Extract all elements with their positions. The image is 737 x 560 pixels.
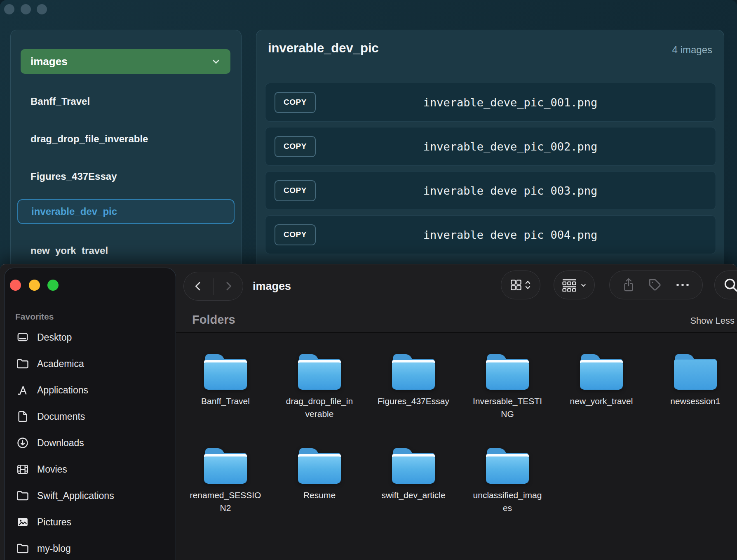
folder-label: Banff_Travel (182, 395, 269, 407)
blue-folder-icon (486, 354, 529, 390)
show-less-link[interactable]: Show Less (690, 315, 735, 326)
app-files-panel: inverable_dev_pic 4 images COPY inverabl… (256, 30, 724, 303)
image-icon (16, 515, 31, 529)
sidebar-item-label: Downloads (37, 438, 84, 449)
minimize-button[interactable] (29, 280, 40, 291)
file-row: COPY inverable_deve_pic_004.png (265, 215, 716, 254)
close-button[interactable] (10, 280, 21, 291)
share-icon[interactable] (622, 278, 635, 292)
finder-title: images (253, 280, 291, 293)
folder-tile-banff-travel[interactable]: Banff_Travel (182, 354, 269, 407)
folder-label: renamed_SESSIO N2 (182, 489, 269, 514)
images-dropdown-label: images (31, 55, 68, 68)
sidebar-item-label: Desktop (37, 332, 72, 343)
folder-label: new_york_travel (558, 395, 645, 407)
blue-folder-icon (392, 354, 435, 390)
folder-tile-figures-437essay[interactable]: Figures_437Essay (370, 354, 457, 407)
blue-folder-icon (204, 354, 247, 390)
folder-icon (16, 489, 31, 503)
finder-sidebar: Favorites Desktop Academica Applications (4, 268, 176, 560)
folder-label: unclassified_imag es (464, 489, 551, 514)
desktop-icon (16, 330, 31, 344)
back-button[interactable] (192, 280, 204, 292)
sidebar-item-my-blog[interactable]: my-blog (5, 535, 176, 560)
sidebar-item-inverable-dev-pic-selected[interactable]: inverable_dev_pic (17, 199, 235, 224)
blue-folder-icon (298, 354, 341, 390)
more-options-icon[interactable] (675, 282, 690, 287)
finder-window: Favorites Desktop Academica Applications (0, 264, 737, 560)
folder-tile-renamed-session2[interactable]: renamed_SESSIO N2 (182, 448, 269, 514)
sidebar-item-pictures[interactable]: Pictures (5, 509, 176, 535)
app-window-dot-2[interactable] (21, 4, 31, 14)
folder-tile-new-york-travel[interactable]: new_york_travel (558, 354, 645, 407)
sidebar-item-label: Pictures (37, 517, 71, 528)
folder-tile-unclassified-images[interactable]: unclassified_imag es (464, 448, 551, 514)
folder-tile-newsession1[interactable]: newsession1 (652, 354, 737, 407)
sidebar-item-swift-applications[interactable]: Swift_Applications (5, 482, 176, 509)
toolbar-tools-group (609, 271, 703, 299)
blue-folder-icon (204, 448, 247, 484)
copy-button[interactable]: COPY (275, 224, 316, 245)
folder-icon (16, 541, 31, 555)
file-name: inverable_deve_pic_001.png (316, 96, 705, 109)
sidebar-item-academica[interactable]: Academica (5, 351, 176, 377)
blue-folder-icon (486, 448, 529, 484)
file-row: COPY inverable_deve_pic_002.png (265, 127, 716, 166)
copy-button[interactable]: COPY (275, 92, 316, 113)
sidebar-item-label: Documents (37, 411, 85, 422)
folders-grid: Banff_Travel drag_drop_file_in verable F… (176, 333, 737, 560)
forward-button[interactable] (222, 280, 235, 292)
copy-button[interactable]: COPY (275, 136, 316, 157)
chevron-down-icon (580, 282, 587, 289)
search-icon (723, 277, 737, 293)
folder-label: swift_dev_article (370, 489, 457, 501)
folder-label: Figures_437Essay (370, 395, 457, 407)
tag-icon[interactable] (648, 278, 662, 292)
sidebar-item-banff-travel[interactable]: Banff_Travel (17, 89, 235, 114)
sidebar-item-desktop[interactable]: Desktop (5, 324, 176, 351)
copy-button[interactable]: COPY (275, 180, 316, 201)
images-dropdown[interactable]: images (21, 49, 230, 74)
sidebar-item-movies[interactable]: Movies (5, 456, 176, 482)
file-name: inverable_deve_pic_002.png (316, 140, 705, 153)
file-row: COPY inverable_deve_pic_003.png (265, 171, 716, 210)
grid-view-button[interactable] (501, 271, 540, 299)
sidebar-item-new-york-travel[interactable]: new_york_travel (17, 238, 235, 263)
folder-tile-drag-drop-file-inverable[interactable]: drag_drop_file_in verable (276, 354, 363, 420)
download-icon (16, 436, 31, 450)
sidebar-item-applications[interactable]: Applications (5, 377, 176, 403)
sidebar-item-label: Swift_Applications (37, 490, 114, 501)
folder-tile-inversable-testing[interactable]: Inversable_TESTI NG (464, 354, 551, 420)
folder-icon (16, 357, 31, 371)
group-view-icon (562, 278, 577, 292)
sidebar-item-drag-drop-file-inverable[interactable]: drag_drop_file_inverable (17, 127, 235, 151)
sidebar-item-documents[interactable]: Documents (5, 403, 176, 430)
folder-label: drag_drop_file_in verable (276, 395, 363, 420)
sidebar-item-label: Academica (37, 358, 84, 369)
folder-label: Inversable_TESTI NG (464, 395, 551, 420)
sidebar-item-label: Applications (37, 385, 88, 396)
grid-view-icon (510, 279, 522, 291)
sidebar-item-figures-437essay[interactable]: Figures_437Essay (17, 164, 235, 189)
app-window-dot-3[interactable] (37, 4, 47, 14)
blue-folder-icon (580, 354, 623, 390)
blue-folder-icon (674, 354, 717, 390)
blue-folder-icon (298, 448, 341, 484)
blue-folder-icon (392, 448, 435, 484)
app-window-dot-1[interactable] (4, 4, 14, 14)
favorites-list: Desktop Academica Applications Documents (5, 324, 176, 560)
chevron-down-icon (211, 56, 221, 67)
chevron-up-down-icon (525, 280, 531, 290)
group-view-button[interactable] (554, 271, 595, 299)
app-sidebar-panel: images Banff_Travel drag_drop_file_inver… (10, 30, 242, 303)
sidebar-item-downloads[interactable]: Downloads (5, 430, 176, 456)
appstore-icon (16, 383, 31, 397)
nav-buttons (183, 272, 243, 301)
image-count-badge: 4 images (672, 44, 712, 56)
sidebar-item-label: Movies (37, 464, 67, 475)
search-button[interactable] (714, 271, 737, 299)
folder-tile-swift-dev-article[interactable]: swift_dev_article (370, 448, 457, 501)
folder-tile-resume[interactable]: Resume (276, 448, 363, 501)
zoom-button[interactable] (47, 280, 59, 291)
sidebar-item-label: my-blog (37, 543, 71, 554)
